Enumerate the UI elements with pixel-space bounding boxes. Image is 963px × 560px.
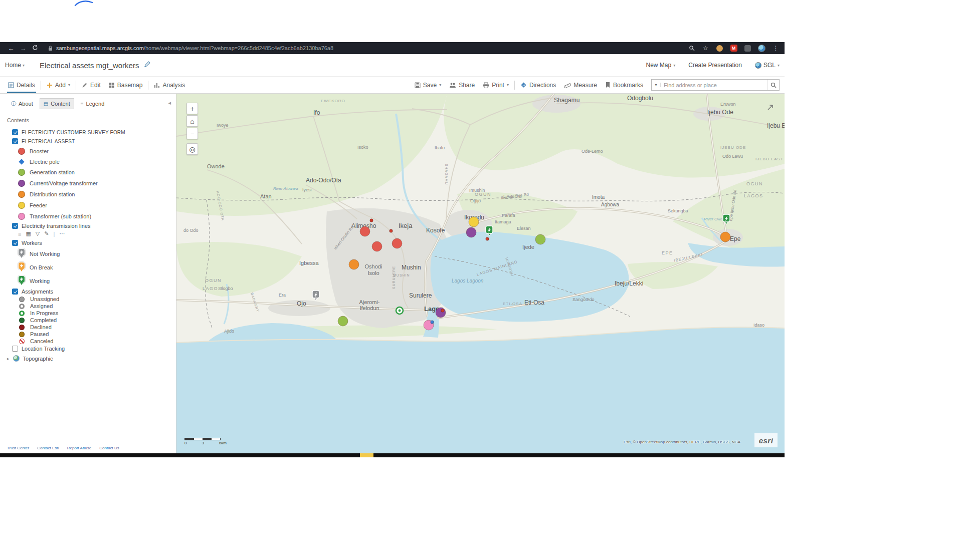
- pin-tail: [20, 255, 23, 258]
- browser-menu-icon[interactable]: ⋮: [772, 45, 780, 52]
- layer-checkbox[interactable]: [12, 138, 18, 144]
- filter-icon[interactable]: ▽: [36, 230, 40, 237]
- measure-button[interactable]: Measure: [560, 77, 601, 93]
- map-marker-asset[interactable]: [392, 238, 402, 248]
- footer-link[interactable]: Contact Us: [99, 446, 119, 450]
- layer-checkbox[interactable]: [12, 346, 18, 352]
- basemap-topographic[interactable]: ShagamuOdogboluIjebu OdeIjebu EastIfoAdo…: [176, 94, 785, 453]
- map-marker-asset[interactable]: [372, 241, 382, 251]
- save-icon: [415, 82, 421, 88]
- layer-checkbox[interactable]: [12, 223, 18, 229]
- home-menu[interactable]: Home▾: [5, 62, 25, 69]
- create-presentation-button[interactable]: Create Presentation: [688, 62, 742, 69]
- map-marker-dot[interactable]: [486, 237, 489, 240]
- legend-label: Booster: [30, 148, 49, 154]
- save-button[interactable]: Save▾: [411, 77, 445, 93]
- open-in-new-icon[interactable]: [767, 104, 774, 113]
- forward-icon[interactable]: →: [17, 45, 29, 52]
- map-marker-dot[interactable]: [431, 321, 434, 324]
- zoom-out-button[interactable]: −: [186, 128, 198, 139]
- extension-dark-icon[interactable]: [744, 45, 751, 52]
- share-icon: [449, 82, 456, 88]
- map-marker-asset[interactable]: [338, 316, 348, 326]
- user-menu[interactable]: SGL▾: [755, 62, 780, 69]
- default-extent-button[interactable]: ⌂: [186, 115, 198, 127]
- expand-arrow-icon[interactable]: ▸: [7, 356, 10, 361]
- more-icon[interactable]: ⋯: [59, 230, 65, 237]
- layer-checkbox[interactable]: [12, 240, 18, 246]
- in-progress-swatch: [19, 311, 25, 316]
- map-canvas[interactable]: ShagamuOdogboluIjebu OdeIjebu EastIfoAdo…: [176, 94, 785, 453]
- analysis-button[interactable]: Analysis: [150, 77, 189, 93]
- legend-label: Working: [30, 278, 50, 284]
- find-my-location-button[interactable]: ◎: [186, 143, 198, 155]
- map-marker-progress[interactable]: [396, 307, 403, 314]
- footer-link[interactable]: Report Abuse: [67, 446, 91, 450]
- search-options-caret[interactable]: ▾: [652, 83, 661, 87]
- map-marker-dot[interactable]: [441, 309, 444, 312]
- find-address-input[interactable]: [661, 82, 767, 88]
- map-label: Epe: [730, 235, 741, 242]
- map-marker-dot[interactable]: [370, 219, 373, 222]
- legend-icon[interactable]: ≡: [18, 231, 21, 237]
- map-marker-asset[interactable]: [436, 308, 446, 318]
- url-bar[interactable]: sambusgeospatial.maps.arcgis.com/home/we…: [56, 45, 333, 51]
- bookmarks-button[interactable]: Bookmarks: [601, 77, 647, 93]
- bookmark-star-icon[interactable]: ☆: [702, 45, 709, 52]
- map-marker-asset[interactable]: [720, 232, 730, 242]
- basemap-row[interactable]: ▸Topographic: [0, 353, 176, 364]
- map-label: Igbessa: [299, 260, 319, 266]
- layer-checkbox[interactable]: [12, 289, 18, 295]
- details-button[interactable]: Details: [4, 77, 39, 93]
- directions-button[interactable]: Directions: [516, 77, 560, 93]
- layer-checkbox[interactable]: [12, 129, 18, 135]
- chevron-down-icon: ▾: [68, 83, 70, 87]
- tab-content[interactable]: ▤Content: [40, 98, 74, 109]
- back-icon[interactable]: ←: [5, 45, 17, 52]
- collapse-panel-icon[interactable]: ◂: [168, 100, 171, 106]
- map-marker-asset[interactable]: [535, 234, 545, 244]
- edit-title-icon[interactable]: [144, 61, 151, 70]
- map-marker-asset[interactable]: [469, 217, 479, 227]
- table-icon[interactable]: ▦: [26, 230, 31, 237]
- user-avatar: [755, 62, 761, 69]
- profile-avatar[interactable]: [758, 45, 765, 52]
- add-button[interactable]: Add▾: [43, 77, 74, 93]
- reload-icon[interactable]: [29, 45, 41, 52]
- edit-icon[interactable]: ✎: [44, 230, 49, 237]
- map-marker-asset[interactable]: [466, 227, 476, 237]
- extension-m-icon[interactable]: M: [730, 45, 737, 52]
- map-label: SURULERE: [392, 266, 396, 289]
- print-button[interactable]: Print▾: [479, 77, 513, 93]
- zoom-in-button[interactable]: +: [186, 103, 198, 114]
- map-label: Owode: [207, 163, 225, 169]
- map-marker-asset[interactable]: [360, 226, 370, 236]
- map-label: River Atuwara: [273, 186, 298, 191]
- edit-button[interactable]: Edit: [78, 77, 105, 93]
- share-button[interactable]: Share: [445, 77, 479, 93]
- map-label: MUSHIN: [393, 273, 410, 277]
- map-label: Surulere: [409, 292, 432, 299]
- layer-label: Workers: [22, 240, 42, 246]
- footer-link[interactable]: Trust Center: [7, 446, 29, 450]
- extension-circle-icon[interactable]: [716, 45, 723, 52]
- layer-row: Electricity transmission lines: [0, 222, 176, 230]
- chevron-down-icon: ▾: [23, 63, 25, 68]
- search-icon[interactable]: [688, 45, 695, 52]
- map-label: Iyesi: [302, 187, 312, 192]
- map-marker-dot[interactable]: [390, 229, 393, 232]
- generation-station-swatch: [18, 169, 25, 176]
- legend-row: Electric pole: [0, 157, 176, 167]
- footer-link[interactable]: Contact Esri: [37, 446, 59, 450]
- map-marker-asset[interactable]: [349, 259, 359, 269]
- basemap-button[interactable]: Basemap: [105, 77, 147, 93]
- transformer-sub-station--swatch: [18, 213, 25, 220]
- search-submit-button[interactable]: [767, 80, 779, 90]
- legend-row: Declined: [0, 324, 176, 331]
- map-label: EWEKORO: [321, 99, 345, 103]
- map-label: Ado-Odo/Ota: [306, 177, 341, 184]
- pin-tail: [20, 269, 23, 271]
- tab-about[interactable]: ⓘAbout: [7, 98, 37, 110]
- new-map-menu[interactable]: New Map▾: [646, 62, 676, 69]
- tab-legend[interactable]: ≡Legend: [77, 98, 109, 109]
